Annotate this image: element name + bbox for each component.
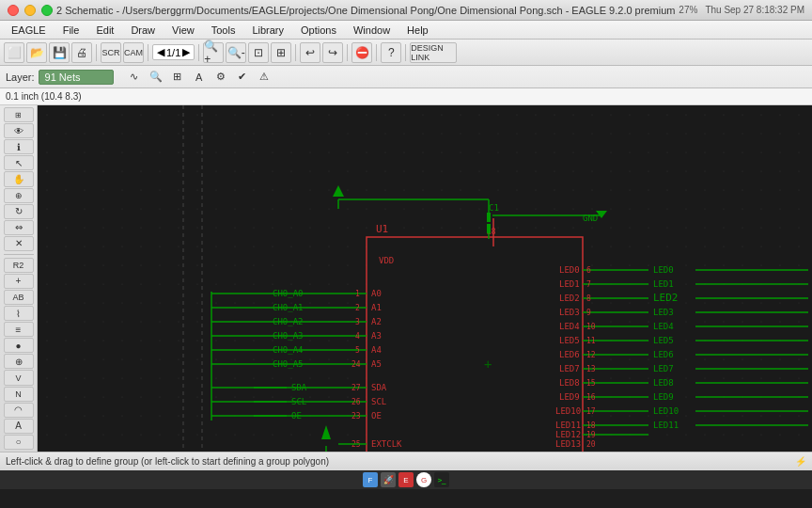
r2-btn[interactable]: R2: [4, 258, 34, 273]
canvas[interactable]: U1 PCA9685PWSSOP-28 28 VDD A0 1 A1 2 A2: [38, 105, 812, 452]
svg-text:11: 11: [586, 337, 596, 345]
junction-btn[interactable]: ●: [4, 338, 34, 353]
page-prev[interactable]: ◀: [157, 46, 164, 58]
print-button[interactable]: 🖨: [71, 42, 92, 63]
dock-eagle[interactable]: E: [398, 472, 414, 487]
net-btn[interactable]: ⌇: [4, 306, 34, 321]
minimize-button[interactable]: [24, 5, 36, 16]
undo-button[interactable]: ↩: [300, 42, 320, 63]
new-button[interactable]: ⬜: [4, 42, 24, 63]
svg-rect-140: [487, 213, 491, 222]
svg-text:SDA: SDA: [291, 383, 307, 392]
svg-text:10: 10: [586, 323, 596, 331]
grid-btn[interactable]: ⊞: [4, 107, 34, 122]
wire-tool[interactable]: ∿: [125, 68, 144, 87]
zoom-fit-button[interactable]: ⊡: [248, 42, 269, 63]
plus-btn[interactable]: +: [4, 274, 34, 289]
bus-btn[interactable]: ≡: [4, 322, 34, 337]
rotate-btn[interactable]: ↻: [4, 204, 34, 219]
svg-text:16: 16: [586, 393, 596, 402]
info-btn[interactable]: ℹ: [4, 139, 34, 154]
svg-text:A1: A1: [371, 303, 382, 312]
svg-text:LED6: LED6: [559, 350, 580, 359]
dock-chrome[interactable]: G: [416, 472, 431, 487]
window-title: 2 Schematic - /Users/berggrm/Documents/E…: [53, 5, 679, 16]
menu-tools[interactable]: Tools: [204, 24, 243, 37]
svg-text:19: 19: [586, 431, 596, 439]
zoom-in-button[interactable]: 🔍+: [203, 42, 224, 63]
svg-text:9: 9: [586, 309, 591, 317]
main-area: ⊞ 👁 ℹ ↖ ✋ ⊕ ↻ ⇔ ✕ R2 + AB ⌇ ≡ ● ⊕ V N ◠ …: [0, 105, 812, 452]
status-indicator: ⚡: [795, 456, 806, 467]
close-button[interactable]: [8, 5, 19, 16]
select-btn[interactable]: ↖: [4, 155, 34, 170]
drc-tool[interactable]: ✔: [233, 68, 252, 87]
add-btn[interactable]: ⊕: [4, 354, 34, 369]
dock-launchpad[interactable]: 🚀: [381, 472, 396, 487]
svg-text:CH0_A0: CH0_A0: [273, 289, 304, 298]
svg-text:A2: A2: [371, 317, 382, 326]
text-add-btn[interactable]: A: [4, 419, 34, 434]
zoom-tool[interactable]: 🔍: [147, 68, 165, 87]
menu-view[interactable]: View: [164, 24, 202, 37]
redo-button[interactable]: ↪: [322, 42, 343, 63]
menu-eagle[interactable]: EAGLE: [4, 24, 54, 37]
page-next[interactable]: ▶: [182, 46, 190, 58]
label-tool[interactable]: A: [190, 68, 209, 87]
menu-library[interactable]: Library: [244, 24, 291, 37]
delete-btn[interactable]: ✕: [4, 236, 34, 251]
svg-text:LED5: LED5: [653, 336, 674, 345]
svg-text:LED7: LED7: [559, 364, 580, 373]
svg-text:2: 2: [355, 304, 360, 312]
dockbar: F 🚀 E G >_: [0, 470, 812, 489]
dock-terminal[interactable]: >_: [434, 472, 449, 487]
svg-text:20: 20: [586, 440, 596, 449]
circle-btn[interactable]: ○: [4, 435, 34, 450]
settings-tool[interactable]: ⚙: [211, 68, 230, 87]
page-control[interactable]: ◀ 1/1 ▶: [152, 44, 195, 60]
svg-text:15: 15: [586, 379, 596, 388]
menu-help[interactable]: Help: [399, 24, 436, 37]
menu-draw[interactable]: Draw: [123, 24, 163, 37]
svg-text:3: 3: [355, 318, 360, 326]
svg-text:VDD: VDD: [379, 256, 394, 265]
maximize-button[interactable]: [41, 5, 53, 16]
sep: [4, 254, 34, 255]
info-button[interactable]: ?: [381, 42, 401, 63]
design-link-button[interactable]: DESIGN LINK: [410, 42, 457, 63]
svg-text:OE: OE: [291, 411, 302, 421]
menu-window[interactable]: Window: [346, 24, 398, 37]
svg-text:CH0_A5: CH0_A5: [273, 359, 304, 369]
menu-edit[interactable]: Edit: [88, 24, 121, 37]
svg-text:A3: A3: [371, 331, 382, 341]
erc-tool[interactable]: ⚠: [255, 68, 273, 87]
svg-text:LED0: LED0: [653, 265, 674, 275]
name-btn[interactable]: N: [4, 387, 34, 402]
title-right: 27% Thu Sep 27 8:18:32 PM: [679, 5, 804, 15]
eye-btn[interactable]: 👁: [4, 123, 34, 138]
script-button[interactable]: SCR: [101, 42, 121, 63]
arc-btn[interactable]: ◠: [4, 403, 34, 418]
menu-options[interactable]: Options: [293, 24, 344, 37]
zoom-area-button[interactable]: ⊞: [271, 42, 291, 63]
svg-text:LED7: LED7: [653, 364, 674, 373]
grid-tool[interactable]: ⊞: [168, 68, 187, 87]
zoom-out-button[interactable]: 🔍-: [226, 42, 246, 63]
svg-text:LED5: LED5: [559, 336, 580, 345]
value-btn[interactable]: V: [4, 370, 34, 385]
window-controls[interactable]: [8, 5, 53, 16]
cam-button[interactable]: CAM: [123, 42, 144, 63]
svg-text:12: 12: [586, 351, 596, 359]
mirror-btn[interactable]: ⇔: [4, 220, 34, 235]
move-btn[interactable]: ✋: [4, 171, 34, 186]
svg-rect-141: [487, 224, 491, 233]
menu-file[interactable]: File: [55, 24, 87, 37]
save-button[interactable]: 💾: [49, 42, 70, 63]
open-button[interactable]: 📂: [26, 42, 47, 63]
svg-text:LED12: LED12: [555, 430, 581, 439]
layer-select[interactable]: 91 Nets: [39, 70, 114, 85]
dock-finder[interactable]: F: [363, 472, 378, 487]
copy-btn[interactable]: ⊕: [4, 188, 34, 203]
stop-button[interactable]: ⛔: [351, 42, 372, 63]
text-btn[interactable]: AB: [4, 290, 34, 305]
